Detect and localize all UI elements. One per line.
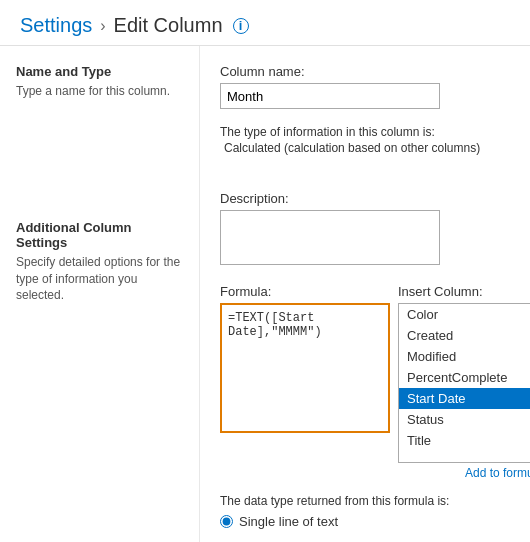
add-to-formula-link[interactable]: Add to formula <box>398 466 530 480</box>
page-title: Edit Column <box>114 14 223 37</box>
column-name-input[interactable] <box>220 83 440 109</box>
list-item[interactable]: Status <box>399 409 530 430</box>
name-and-type-title: Name and Type <box>16 64 183 79</box>
formula-group: Formula: <box>220 284 390 433</box>
column-type-value: Calculated (calculation based on other c… <box>220 141 530 155</box>
description-group: Description: <box>220 191 530 268</box>
data-type-section: The data type returned from this formula… <box>220 494 530 529</box>
page-header: Settings › Edit Column i <box>0 0 530 46</box>
list-item[interactable]: Color <box>399 304 530 325</box>
additional-settings-desc: Specify detailed options for the type of… <box>16 254 183 304</box>
data-type-radio[interactable] <box>220 515 233 528</box>
main-content: Name and Type Type a name for this colum… <box>0 46 530 542</box>
list-item[interactable]: Start Date <box>399 388 530 409</box>
column-name-label: Column name: <box>220 64 530 79</box>
insert-column-label: Insert Column: <box>398 284 530 299</box>
list-item[interactable]: Modified <box>399 346 530 367</box>
data-type-text: The data type returned from this formula… <box>220 494 530 508</box>
description-textarea[interactable] <box>220 210 440 265</box>
data-type-option-label: Single line of text <box>239 514 338 529</box>
name-and-type-section: Name and Type Type a name for this colum… <box>16 64 183 100</box>
additional-settings-section: Additional Column Settings Specify detai… <box>16 220 183 304</box>
data-type-radio-option[interactable]: Single line of text <box>220 514 530 529</box>
description-label: Description: <box>220 191 530 206</box>
column-type-group: The type of information in this column i… <box>220 125 530 155</box>
settings-link[interactable]: Settings <box>20 14 92 37</box>
breadcrumb-arrow: › <box>100 17 105 35</box>
formula-label: Formula: <box>220 284 390 299</box>
formula-textarea[interactable] <box>220 303 390 433</box>
additional-settings-title: Additional Column Settings <box>16 220 183 250</box>
form-area: Column name: The type of information in … <box>200 46 530 542</box>
insert-column-listbox[interactable]: ColorCreatedModifiedPercentCompleteStart… <box>398 303 530 463</box>
column-type-label: The type of information in this column i… <box>220 125 530 139</box>
info-icon[interactable]: i <box>233 18 249 34</box>
list-item[interactable]: Title <box>399 430 530 451</box>
list-item[interactable]: PercentComplete <box>399 367 530 388</box>
column-name-group: Column name: <box>220 64 530 109</box>
insert-column-group: Insert Column: ColorCreatedModifiedPerce… <box>398 284 530 480</box>
list-item[interactable]: Created <box>399 325 530 346</box>
name-and-type-desc: Type a name for this column. <box>16 83 183 100</box>
left-sidebar: Name and Type Type a name for this colum… <box>0 46 200 542</box>
formula-insert-row: Formula: Insert Column: ColorCreatedModi… <box>220 284 530 480</box>
